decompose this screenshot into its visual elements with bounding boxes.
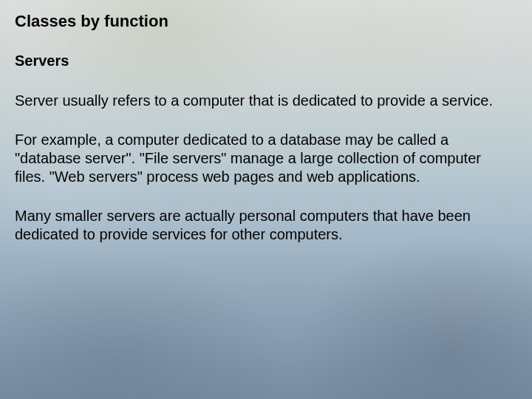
slide-subheading: Servers (15, 52, 517, 69)
paragraph-2: For example, a computer dedicated to a d… (15, 131, 502, 186)
slide-title: Classes by function (15, 12, 517, 31)
paragraph-1: Server usually refers to a computer that… (15, 92, 502, 110)
paragraph-3: Many smaller servers are actually person… (15, 207, 502, 244)
slide-content: Classes by function Servers Server usual… (15, 12, 517, 244)
slide: Classes by function Servers Server usual… (0, 0, 532, 399)
